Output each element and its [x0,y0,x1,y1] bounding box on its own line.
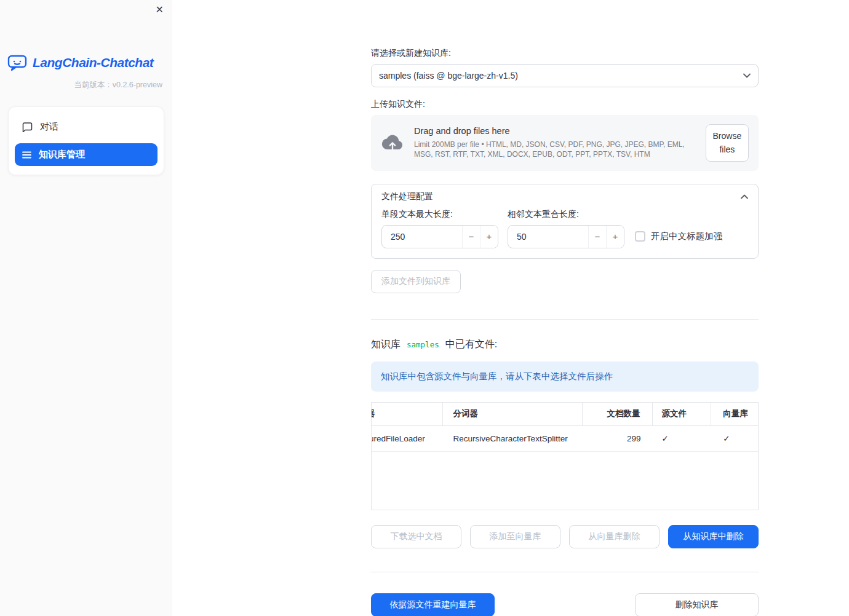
file-dropzone[interactable]: Drag and drop files here Limit 200MB per… [371,115,759,171]
close-icon[interactable]: ✕ [156,5,164,15]
kb-select-value: samples (faiss @ bge-large-zh-v1.5) [379,71,518,81]
add-to-vector-store-button[interactable]: 添加至向量库 [470,525,560,548]
heading-prefix: 知识库 [371,338,401,351]
kb-name-code: samples [405,339,440,350]
column-header-source-file[interactable]: 源文件 [653,403,712,425]
kb-select-label: 请选择或新建知识库: [371,48,759,59]
delete-kb-button[interactable]: 删除知识库 [635,593,759,616]
rebuild-vector-store-button[interactable]: 依据源文件重建向量库 [371,593,495,616]
dropzone-title: Drag and drop files here [414,126,696,136]
chunk-size-label: 单段文本最大长度: [381,209,498,220]
files-table[interactable]: 器 分词器 文档数量 源文件 向量库 uredFileLoader Recurs… [371,402,759,510]
sidebar: ✕ LangChain-Chatchat 当前版本：v0.2.6-preview… [0,0,172,616]
main-area: 请选择或新建知识库: samples (faiss @ bge-large-zh… [172,0,849,616]
overlap-size-value[interactable]: 50 [508,226,588,248]
app-logo: LangChain-Chatchat [7,54,172,71]
overlap-size-label: 相邻文本重合长度: [508,209,624,220]
divider [371,572,759,572]
column-header-doc-count[interactable]: 文档数量 [583,403,653,425]
browse-files-button[interactable]: Browse files [706,124,749,162]
dropzone-hint: Limit 200MB per file • HTML, MD, JSON, C… [414,140,696,160]
divider [371,319,759,320]
cell-vector-check: ✓ [711,426,758,451]
chevron-down-icon [743,73,751,78]
speech-bubble-icon [22,122,33,132]
upload-label: 上传知识文件: [371,99,759,110]
table-row[interactable]: uredFileLoader RecursiveCharacterTextSpl… [372,426,758,452]
sidebar-item-label: 对话 [40,121,58,133]
app-version: 当前版本：v0.2.6-preview [0,80,162,90]
minus-button[interactable]: − [588,226,606,248]
zh-title-checkbox[interactable] [635,231,645,242]
delete-from-vector-store-button[interactable]: 从向量库删除 [569,525,660,548]
heading-suffix: 中已有文件: [445,338,497,351]
table-action-buttons: 下载选中文档 添加至向量库 从向量库删除 从知识库中删除 [371,525,759,548]
column-header-vector-store[interactable]: 向量库 [711,403,758,425]
kb-select[interactable]: samples (faiss @ bge-large-zh-v1.5) [371,64,759,87]
plus-button[interactable]: + [480,226,498,248]
table-header-row: 器 分词器 文档数量 源文件 向量库 [372,403,758,426]
zh-title-checkbox-label: 开启中文标题加强 [651,231,722,242]
expander-title: 文件处理配置 [381,191,433,202]
list-icon [22,151,31,159]
chunk-size-input: 250 − + [381,225,498,248]
plus-button[interactable]: + [606,226,624,248]
download-selected-button[interactable]: 下载选中文档 [371,525,461,548]
file-config-expander: 文件处理配置 单段文本最大长度: 250 − + 相邻文 [371,184,759,259]
cloud-upload-icon [381,133,404,152]
chunk-size-value[interactable]: 250 [382,226,462,248]
bottom-action-buttons: 依据源文件重建向量库 删除知识库 [371,593,759,616]
sidebar-item-knowledge-base[interactable]: 知识库管理 [15,143,157,166]
sidebar-item-label: 知识库管理 [39,149,85,160]
column-header-loader[interactable]: 器 [372,403,443,425]
sidebar-nav: 对话 知识库管理 [8,106,164,175]
cell-loader: uredFileLoader [372,426,443,451]
add-files-button[interactable]: 添加文件到知识库 [371,270,461,293]
column-header-splitter[interactable]: 分词器 [443,403,583,425]
cell-source-check: ✓ [652,426,711,451]
cell-doc-count: 299 [583,426,653,451]
chevron-up-icon [741,194,748,199]
chat-logo-icon [7,54,27,71]
expander-header[interactable]: 文件处理配置 [372,184,758,208]
app-title: LangChain-Chatchat [33,55,153,70]
sidebar-item-chat[interactable]: 对话 [15,116,157,138]
minus-button[interactable]: − [462,226,480,248]
cell-splitter: RecursiveCharacterTextSplitter [443,426,583,451]
existing-files-heading: 知识库 samples 中已有文件: [371,338,759,351]
info-alert: 知识库中包含源文件与向量库，请从下表中选择文件后操作 [371,361,759,392]
overlap-size-input: 50 − + [508,225,624,248]
delete-from-kb-button[interactable]: 从知识库中删除 [668,525,759,548]
